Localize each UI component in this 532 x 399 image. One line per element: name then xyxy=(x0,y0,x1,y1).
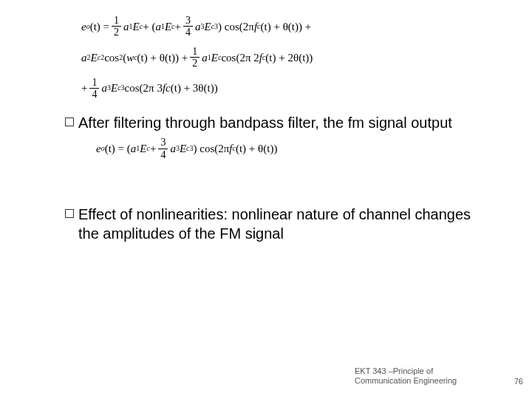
equation-line-2: a2 Ec2 cos2 ( wc (t) + θ(t)) + 12 a1 Ec … xyxy=(81,46,473,69)
eq-symbol: E xyxy=(180,142,186,155)
eq-symbol: E xyxy=(91,51,98,64)
slide: eo (t) = 12 a1 Ec + ( a1 Ec + 34 a3 Ec3 … xyxy=(0,0,532,399)
eq-text: + xyxy=(81,81,87,95)
bullet-item-2: Effect of nonlinearities: nonlinear natu… xyxy=(65,205,473,243)
eq-symbol: a xyxy=(101,81,107,95)
eq-text: (t) + 2θ(t)) xyxy=(265,51,313,64)
eq-symbol: a xyxy=(155,20,161,33)
equation-line-filtered: eo (t) = ( a1 Ec + 34 a3 Ec3 ) cos(2π fc… xyxy=(96,137,473,160)
eq-text: cos(2π 2 xyxy=(221,51,259,64)
eq-text: (t) = ( xyxy=(105,142,131,155)
fraction: 34 xyxy=(158,137,168,160)
eq-symbol: E xyxy=(133,20,140,33)
eq-symbol: e xyxy=(81,20,86,33)
eq-symbol: a xyxy=(131,142,137,155)
eq-text: (t) = xyxy=(90,20,109,33)
eq-symbol: w xyxy=(126,51,134,64)
eq-symbol: E xyxy=(204,20,211,33)
eq-symbol: E xyxy=(111,81,117,95)
eq-symbol: a xyxy=(202,51,208,64)
eq-symbol: E xyxy=(211,51,218,64)
eq-symbol: a xyxy=(170,142,176,155)
eq-text: + xyxy=(175,20,181,33)
eq-text: (t) + θ(t)) + xyxy=(261,20,312,33)
eq-symbol: a xyxy=(123,20,129,33)
eq-text: (t) + θ(t)) xyxy=(236,142,277,155)
eq-text: ) cos(2π xyxy=(194,142,230,155)
eq-symbol: E xyxy=(140,142,146,155)
fraction: 12 xyxy=(112,15,121,38)
bullet-icon xyxy=(65,117,74,126)
fraction: 34 xyxy=(183,15,193,38)
fraction: 14 xyxy=(89,77,99,100)
equation-line-3: + 14 a3 Ec3 cos(2π 3 fc (t) + 3θ(t)) xyxy=(81,77,473,100)
eq-text: cos xyxy=(104,51,119,64)
bullet-text: After filtering through bandpass filter,… xyxy=(78,113,452,132)
equation-line-1: eo (t) = 12 a1 Ec + ( a1 Ec + 34 a3 Ec3 … xyxy=(81,15,473,38)
eq-symbol: a xyxy=(195,20,201,33)
eq-symbol: a xyxy=(81,51,87,64)
eq-text: (t) + 3θ(t)) xyxy=(171,81,218,95)
bullet-text: Effect of nonlinearities: nonlinear natu… xyxy=(78,205,473,243)
bullet-icon xyxy=(65,209,74,218)
eq-text: (t) + θ(t)) + xyxy=(137,51,188,64)
eq-symbol: e xyxy=(96,142,101,155)
bullet-item-1: After filtering through bandpass filter,… xyxy=(65,113,473,132)
fraction: 12 xyxy=(190,46,200,69)
eq-symbol: E xyxy=(165,20,171,33)
equation-filtered: eo (t) = ( a1 Ec + 34 a3 Ec3 ) cos(2π fc… xyxy=(96,137,473,160)
eq-text: + ( xyxy=(143,20,155,33)
eq-text: + xyxy=(150,142,156,155)
eq-text: cos(2π 3 xyxy=(125,81,163,95)
eq-text: ) cos(2π xyxy=(218,20,254,33)
page-number: 76 xyxy=(514,377,523,386)
footer-course: EKT 343 –Principle of Communication Engi… xyxy=(355,366,488,386)
equation-main: eo (t) = 12 a1 Ec + ( a1 Ec + 34 a3 Ec3 … xyxy=(81,15,473,100)
eq-symbol: fc xyxy=(163,81,171,95)
